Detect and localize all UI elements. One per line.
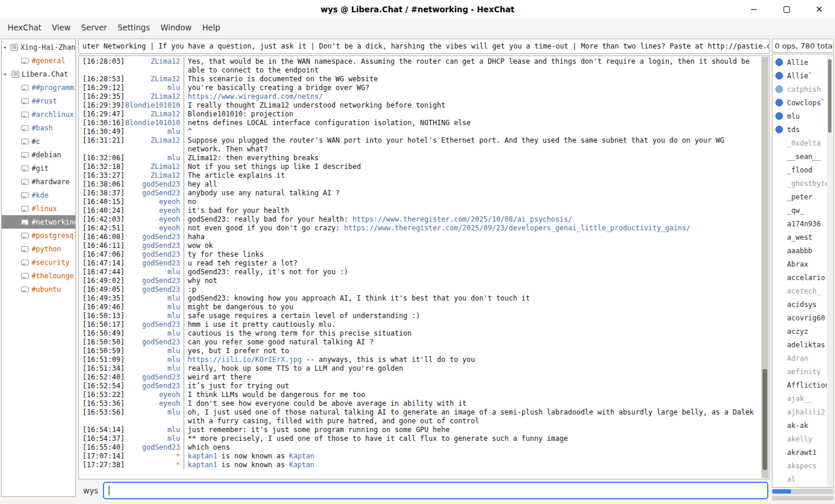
expander-icon[interactable]: ▾ xyxy=(4,71,9,77)
user-list-item[interactable]: aaabbb xyxy=(772,244,833,257)
user-list-item[interactable]: Abrax xyxy=(772,257,833,271)
user-list-item[interactable]: Cowclops` xyxy=(772,96,833,109)
user-list-item[interactable]: _ghostbyte xyxy=(772,177,833,190)
message-link[interactable]: https://iili.io/KOrIErX.jpg xyxy=(188,355,302,364)
user-list-item[interactable]: akspecs xyxy=(772,459,833,472)
user-list-item[interactable]: accelario xyxy=(772,271,833,284)
menu-item-settings[interactable]: Settings xyxy=(112,20,155,34)
message-text: hey all xyxy=(184,180,761,189)
tree-channel-ubuntu[interactable]: #ubuntu xyxy=(2,282,75,296)
user-list-item[interactable]: aefinity xyxy=(772,365,833,378)
user-list-item[interactable]: a_west xyxy=(772,230,833,244)
user-list-item[interactable]: Adran xyxy=(772,351,833,365)
tree-channel-archlinux[interactable]: #archlinux xyxy=(2,108,75,121)
user-nick: accelario xyxy=(787,274,825,282)
maximize-icon[interactable] xyxy=(779,2,794,17)
chat-area: [16:28:03]ZLima12Yes, that would be in t… xyxy=(78,56,770,479)
message-nick: mlu xyxy=(123,294,180,303)
message-link[interactable]: https://www.wireguard.com/netns/ xyxy=(188,92,323,101)
tree-channel-debian[interactable]: #debian xyxy=(2,148,75,161)
user-list-item[interactable]: ajhalili2 xyxy=(772,405,833,419)
user-nick: _flood xyxy=(787,166,812,174)
chat-message: [16:53:36]eyeohI don't see how everyone … xyxy=(79,399,761,408)
user-list-item[interactable]: mlu xyxy=(772,109,833,123)
tree-server-xing-hai-zhan[interactable]: ▾Xing-Hai-Zhan xyxy=(2,40,75,54)
user-list-item[interactable]: __sean__ xyxy=(772,150,833,163)
channel-label: #debian xyxy=(32,151,61,159)
user-list-item[interactable]: _qw_ xyxy=(772,203,833,217)
userlist-scrollbar-thumb[interactable] xyxy=(828,59,831,132)
user-list-item[interactable]: acidsys xyxy=(772,298,833,311)
message-link[interactable]: https://www.theregister.com/2025/09/23/d… xyxy=(344,224,690,232)
chat-message: [16:51:34]mlureally, hook up some TTS to… xyxy=(79,364,761,373)
tree-channel-security[interactable]: #security xyxy=(2,256,75,269)
tree-channel-linux[interactable]: #linux xyxy=(2,202,75,215)
chat-scrollbar[interactable] xyxy=(761,57,768,478)
tree-channel-rust[interactable]: ##rust xyxy=(2,94,75,108)
user-list-item[interactable]: al xyxy=(772,472,833,486)
chat-scrollbar-thumb[interactable] xyxy=(762,369,767,470)
user-list-item[interactable]: akrawt1 xyxy=(772,446,833,459)
user-list-item[interactable]: _peter xyxy=(772,190,833,203)
message-timestamp: [16:51:34] xyxy=(79,364,123,373)
message-text: The article explains it xyxy=(184,171,761,180)
tree-channel-python[interactable]: #python xyxy=(2,242,75,256)
userlist-scrollbar[interactable] xyxy=(827,55,833,486)
topic-bar[interactable]: uter Networking | If you have a question… xyxy=(78,39,770,54)
user-list-item[interactable]: adeliktas xyxy=(772,338,833,351)
nick-button[interactable]: wys xyxy=(83,486,98,495)
tree-channel-bash[interactable]: #bash xyxy=(2,121,75,134)
user-list-item[interactable]: a174n936 xyxy=(772,217,833,230)
user-list-item[interactable]: acovrig60 xyxy=(772,311,833,325)
tree-channel-programming[interactable]: ##programming xyxy=(2,81,75,94)
userlist-hscrollbar-thumb[interactable] xyxy=(772,489,791,493)
message-text: Yes, that would be in the WAN namespace.… xyxy=(184,57,761,75)
message-nick: godSend23 xyxy=(123,338,180,347)
channel-icon xyxy=(21,233,29,239)
message-nick: ZLima12 xyxy=(123,163,180,171)
user-list-item[interactable]: Allie xyxy=(772,56,833,69)
tree-channel-git[interactable]: #git xyxy=(2,161,75,175)
tree-channel-hardware[interactable]: #hardware xyxy=(2,175,75,188)
user-list-item[interactable]: Allie` xyxy=(772,69,833,82)
menu-item-view[interactable]: View xyxy=(47,20,76,34)
tree-channel-networking[interactable]: #networking xyxy=(2,215,75,229)
chat-messages: [16:28:03]ZLima12Yes, that would be in t… xyxy=(79,57,761,470)
chat-message: [16:28:03]ZLima12Yes, that would be in t… xyxy=(79,57,761,75)
user-list-item[interactable]: _0xdelta xyxy=(772,136,833,150)
menu-item-hexchat[interactable]: HexChat xyxy=(2,20,47,34)
chat-message: [16:30:16]Blondie101010netns defines LOC… xyxy=(79,119,761,127)
userlist-hscrollbar-track2[interactable] xyxy=(772,496,834,500)
tree-channel-general[interactable]: #general xyxy=(2,54,75,67)
user-list-item[interactable]: ak-ak xyxy=(772,419,833,432)
tree-server-libera.chat[interactable]: ▾Libera.Chat xyxy=(2,67,75,81)
message-nick: godSend23 xyxy=(123,373,180,382)
menu-item-server[interactable]: Server xyxy=(76,20,112,34)
nick-separator xyxy=(180,180,184,189)
user-list-item[interactable]: akelly xyxy=(772,432,833,446)
user-nick: adeliktas xyxy=(787,341,825,349)
tree-channel-thelounge[interactable]: #thelounge xyxy=(2,269,75,282)
user-list-item[interactable]: _flood xyxy=(772,163,833,177)
user-list-item[interactable]: aczyz xyxy=(772,325,833,338)
user-nick: ajak__ xyxy=(787,395,812,403)
menu-item-help[interactable]: Help xyxy=(197,20,226,34)
tree-channel-kde[interactable]: #kde xyxy=(2,188,75,202)
channel-icon xyxy=(21,139,29,144)
nick-separator xyxy=(180,303,184,312)
user-list-item[interactable]: ajak__ xyxy=(772,392,833,405)
message-nick: ZLima12 xyxy=(123,136,180,145)
close-icon[interactable]: ✕ xyxy=(812,2,827,17)
user-list-item[interactable]: catphish xyxy=(772,82,833,96)
user-list-item[interactable]: Affliction xyxy=(772,378,833,392)
user-list-item[interactable]: tds xyxy=(772,123,833,136)
message-input[interactable] xyxy=(103,482,768,499)
menu-item-window[interactable]: Window xyxy=(155,20,196,34)
tree-channel-c[interactable]: #c xyxy=(2,134,75,148)
expander-icon[interactable]: ▾ xyxy=(4,44,8,50)
tree-channel-postgresql[interactable]: #postgresql xyxy=(2,229,75,242)
user-list-item[interactable]: acetech_ xyxy=(772,284,833,298)
userlist-hscrollbar[interactable] xyxy=(772,489,834,494)
minimize-icon[interactable]: − xyxy=(746,2,761,17)
message-link[interactable]: https://www.theregister.com/2025/10/08/a… xyxy=(353,215,572,223)
